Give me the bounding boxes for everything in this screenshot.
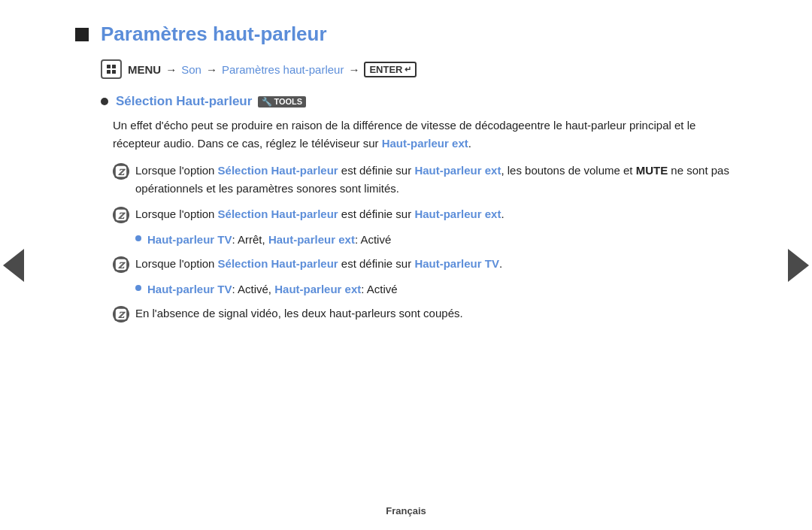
enter-label: ENTER (369, 64, 402, 75)
sub-bullet-text-1: Haut-parleur TV: Arrêt, Haut-parleur ext… (147, 231, 391, 249)
menu-link-son[interactable]: Son (181, 63, 201, 76)
note2-text-mid1: est définie sur (338, 207, 415, 220)
page-title-row: Paramètres haut-parleur (75, 23, 737, 46)
note-icon-3: ℤ (113, 256, 129, 273)
sub2-text1: : Activé, (232, 283, 275, 295)
section-block: Sélection Haut-parleur 🔧 TOOLS Un effet … (101, 94, 737, 323)
page-title: Paramètres haut-parleur (101, 23, 327, 46)
menu-link-parametres[interactable]: Paramètres haut-parleur (222, 63, 344, 76)
note3-link1: Sélection Haut-parleur (218, 257, 338, 270)
body-link-ext: Haut-parleur ext (382, 137, 468, 150)
menu-icon (101, 59, 122, 79)
footer: Français (0, 505, 812, 516)
sub2-link2: Haut-parleur ext (274, 283, 361, 295)
note2-text-start: Lorsque l'option (135, 207, 218, 220)
sub-bullet-1: Haut-parleur TV: Arrêt, Haut-parleur ext… (135, 231, 737, 249)
sub1-text1: : Arrêt, (232, 233, 268, 246)
nav-right-arrow[interactable] (785, 243, 812, 288)
note-icon-4: ℤ (113, 306, 129, 323)
sub-bullet-dot-2 (135, 285, 141, 291)
sub-bullet-text-2: Haut-parleur TV: Activé, Haut-parleur ex… (147, 280, 398, 298)
note2-link1: Sélection Haut-parleur (218, 207, 338, 220)
note-text-3: Lorsque l'option Sélection Haut-parleur … (135, 255, 737, 273)
note1-text-mid1: est définie sur (338, 164, 415, 177)
svg-text:ℤ: ℤ (118, 261, 126, 270)
note-text-2: Lorsque l'option Sélection Haut-parleur … (135, 205, 737, 223)
nav-left-arrow[interactable] (0, 243, 27, 288)
note-3: ℤ Lorsque l'option Sélection Haut-parleu… (113, 255, 737, 273)
note2-link2: Haut-parleur ext (414, 207, 501, 220)
sub-bullet-dot-1 (135, 235, 141, 241)
enter-icon: ENTER ↵ (364, 62, 416, 77)
note-icon-2: ℤ (113, 207, 129, 223)
menu-arrow-3: → (348, 63, 359, 76)
menu-word: MENU (128, 63, 161, 76)
note-text-4: En l'absence de signal vidéo, les deux h… (135, 304, 737, 323)
note1-mute: MUTE (636, 164, 668, 177)
section-body: Un effet d'écho peut se produire en rais… (113, 117, 737, 153)
note1-link1: Sélection Haut-parleur (218, 164, 338, 177)
footer-text: Français (386, 505, 426, 516)
section-heading: Sélection Haut-parleur (116, 94, 252, 109)
menu-path: MENU → Son → Paramètres haut-parleur → E… (101, 59, 737, 79)
tools-badge-icon: 🔧 (262, 97, 272, 107)
sub1-text2: : Activé (355, 233, 391, 246)
svg-text:ℤ: ℤ (118, 168, 126, 177)
right-arrow-icon (788, 249, 809, 282)
body-period: . (468, 137, 471, 150)
svg-text:ℤ: ℤ (118, 211, 126, 220)
note-2: ℤ Lorsque l'option Sélection Haut-parleu… (113, 205, 737, 223)
main-content: Paramètres haut-parleur MENU → Son → Par… (45, 0, 767, 530)
note-text-1: Lorsque l'option Sélection Haut-parleur … (135, 162, 737, 198)
title-square-icon (75, 28, 89, 41)
sub-bullet-2: Haut-parleur TV: Activé, Haut-parleur ex… (135, 280, 737, 298)
note1-text-mid2: , les boutons de volume et (501, 164, 635, 177)
tools-badge-label: TOOLS (274, 97, 302, 106)
menu-arrow-1: → (165, 63, 177, 76)
tools-badge: 🔧 TOOLS (258, 96, 306, 108)
note2-text-end: . (501, 207, 504, 220)
sub2-text2: : Activé (361, 283, 397, 295)
section-heading-row: Sélection Haut-parleur 🔧 TOOLS (101, 94, 737, 109)
note3-text-end: . (499, 257, 502, 270)
menu-grid-icon (105, 63, 117, 75)
note1-link2: Haut-parleur ext (414, 164, 501, 177)
enter-return-symbol: ↵ (404, 65, 411, 74)
note3-text-start: Lorsque l'option (135, 257, 218, 270)
note-1: ℤ Lorsque l'option Sélection Haut-parleu… (113, 162, 737, 198)
svg-text:ℤ: ℤ (118, 310, 126, 320)
note-icon-1: ℤ (113, 163, 129, 180)
sub2-link1: Haut-parleur TV (147, 283, 232, 295)
sub1-link2: Haut-parleur ext (268, 233, 355, 246)
section-bullet (101, 98, 108, 105)
note3-link2: Haut-parleur TV (414, 257, 499, 270)
menu-arrow-2: → (206, 63, 217, 76)
note-4: ℤ En l'absence de signal vidéo, les deux… (113, 304, 737, 323)
note3-text-mid1: est définie sur (338, 257, 415, 270)
sub1-link1: Haut-parleur TV (147, 233, 232, 246)
note1-text-start: Lorsque l'option (135, 164, 218, 177)
left-arrow-icon (3, 249, 24, 282)
